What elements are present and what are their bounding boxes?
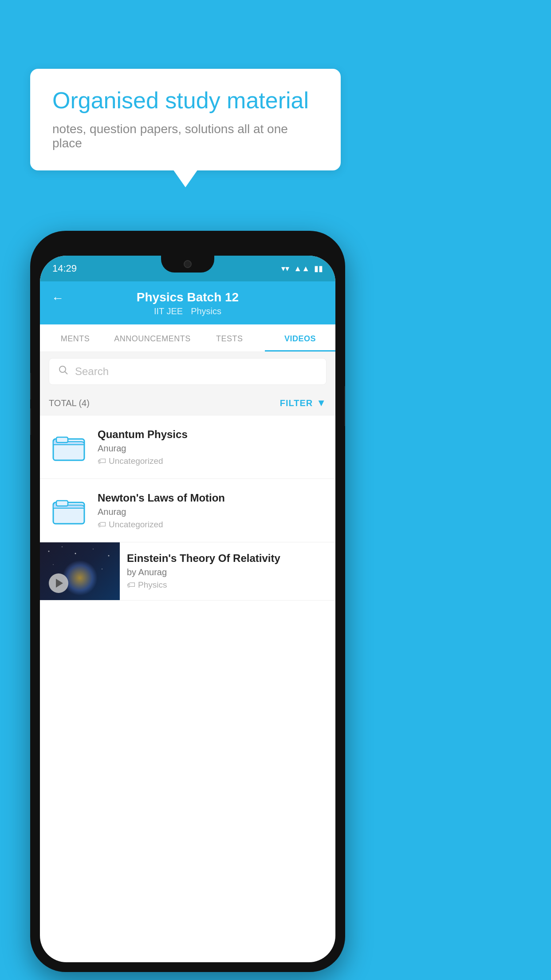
battery-icon: ▮▮ xyxy=(314,264,323,273)
video-tag: 🏷 Physics xyxy=(127,580,328,590)
svg-point-9 xyxy=(93,549,94,549)
svg-point-10 xyxy=(108,555,110,557)
app-header: ← Physics Batch 12 IIT JEE Physics xyxy=(40,281,335,324)
svg-rect-3 xyxy=(56,437,68,443)
svg-point-0 xyxy=(59,366,66,372)
tab-videos[interactable]: VIDEOS xyxy=(265,324,335,352)
svg-line-1 xyxy=(65,371,67,374)
camera xyxy=(184,260,192,268)
folder-thumbnail xyxy=(49,490,89,530)
phone-frame: 14:29 ▾▾ ▲▲ ▮▮ ← Physics Batch 12 IIT JE… xyxy=(30,231,345,972)
search-container: Search xyxy=(40,352,335,391)
status-time: 14:29 xyxy=(52,263,77,274)
video-title: Quantum Physics xyxy=(98,428,327,441)
tab-announcements[interactable]: ANNOUNCEMENTS xyxy=(110,324,194,352)
header-subtitle-iit: IIT JEE xyxy=(154,306,183,316)
phone-screen: 14:29 ▾▾ ▲▲ ▮▮ ← Physics Batch 12 IIT JE… xyxy=(40,256,335,962)
signal-icon: ▲▲ xyxy=(294,264,310,273)
tag-icon: 🏷 xyxy=(98,456,106,466)
play-triangle-icon xyxy=(56,579,63,588)
volume-down-button xyxy=(30,408,31,435)
video-info: Newton's Laws of Motion Anurag 🏷 Uncateg… xyxy=(98,492,327,530)
power-button xyxy=(344,386,345,426)
filter-label: FILTER xyxy=(280,398,313,408)
header-subtitle-physics: Physics xyxy=(191,306,221,316)
video-title: Newton's Laws of Motion xyxy=(98,492,327,504)
tab-ments[interactable]: MENTS xyxy=(40,324,110,352)
bubble-title: Organised study material xyxy=(52,87,319,114)
video-list: Quantum Physics Anurag 🏷 Uncategorized xyxy=(40,415,335,601)
svg-point-8 xyxy=(75,553,76,554)
svg-point-7 xyxy=(62,546,63,547)
back-button[interactable]: ← xyxy=(51,291,64,305)
tag-icon: 🏷 xyxy=(127,580,135,590)
video-author: Anurag xyxy=(98,507,327,517)
filter-button[interactable]: FILTER ▼ xyxy=(280,397,327,409)
svg-point-6 xyxy=(48,551,50,552)
phone-notch xyxy=(161,256,214,273)
svg-rect-5 xyxy=(56,501,68,506)
volume-up-button xyxy=(30,373,31,399)
video-author: Anurag xyxy=(98,443,327,454)
video-info: Quantum Physics Anurag 🏷 Uncategorized xyxy=(98,428,327,466)
header-subtitle: IIT JEE Physics xyxy=(154,306,221,316)
svg-point-11 xyxy=(53,564,54,565)
play-button[interactable] xyxy=(49,573,68,593)
bubble-subtitle: notes, question papers, solutions all at… xyxy=(52,122,319,150)
video-thumbnail xyxy=(40,542,120,600)
tab-tests[interactable]: TESTS xyxy=(194,324,265,352)
video-author: by Anurag xyxy=(127,567,328,577)
video-tag: 🏷 Uncategorized xyxy=(98,456,327,466)
speech-bubble: Organised study material notes, question… xyxy=(30,69,341,170)
tabs: MENTS ANNOUNCEMENTS TESTS VIDEOS xyxy=(40,324,335,352)
header-title: Physics Batch 12 xyxy=(137,290,239,304)
video-info: Einstein's Theory Of Relativity by Anura… xyxy=(120,542,335,600)
video-title: Einstein's Theory Of Relativity xyxy=(127,552,328,565)
search-placeholder: Search xyxy=(75,365,109,378)
wifi-icon: ▾▾ xyxy=(281,264,289,273)
search-box[interactable]: Search xyxy=(49,358,327,385)
svg-point-12 xyxy=(102,569,102,569)
list-item[interactable]: Quantum Physics Anurag 🏷 Uncategorized xyxy=(40,415,335,479)
list-item[interactable]: Newton's Laws of Motion Anurag 🏷 Uncateg… xyxy=(40,479,335,542)
status-icons: ▾▾ ▲▲ ▮▮ xyxy=(281,264,323,273)
tag-icon: 🏷 xyxy=(98,520,106,530)
search-icon xyxy=(58,365,69,378)
filter-funnel-icon: ▼ xyxy=(316,397,327,409)
filter-bar: TOTAL (4) FILTER ▼ xyxy=(40,391,335,415)
video-tag: 🏷 Uncategorized xyxy=(98,520,327,530)
list-item[interactable]: Einstein's Theory Of Relativity by Anura… xyxy=(40,542,335,601)
folder-thumbnail xyxy=(49,427,89,467)
total-count: TOTAL (4) xyxy=(49,398,90,408)
